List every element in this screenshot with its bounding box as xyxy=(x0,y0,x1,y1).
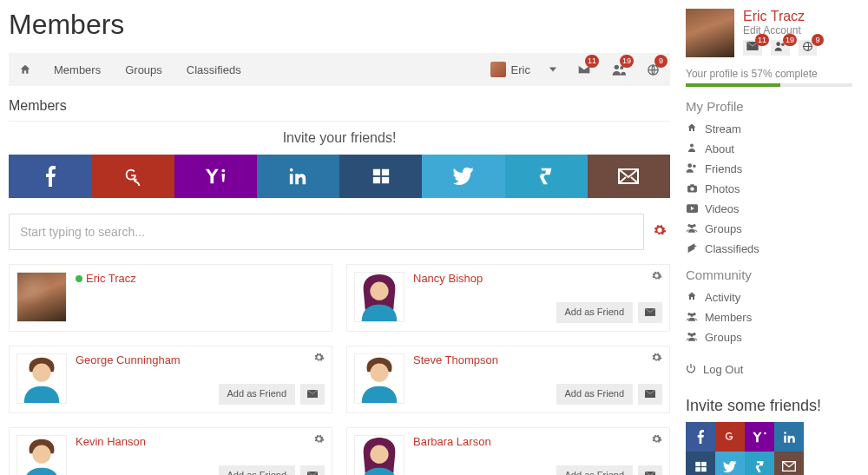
link-icon xyxy=(686,311,698,324)
invite-windows-icon[interactable] xyxy=(339,155,422,198)
link-icon xyxy=(686,222,698,235)
profile-link-friends[interactable]: Friends xyxy=(686,159,852,179)
invite-facebook-icon[interactable] xyxy=(9,155,91,198)
search-input[interactable] xyxy=(9,214,644,250)
member-name[interactable]: Steve Thompson xyxy=(413,353,662,366)
member-avatar[interactable] xyxy=(354,435,404,475)
link-label: About xyxy=(705,142,734,155)
message-button[interactable] xyxy=(638,465,662,475)
link-label: Classifieds xyxy=(705,242,760,255)
member-name[interactable]: Barbara Larson xyxy=(413,435,662,448)
message-button[interactable] xyxy=(638,384,662,405)
side-foursquare-icon[interactable] xyxy=(745,452,774,475)
add-friend-button[interactable]: Add as Friend xyxy=(219,465,295,475)
sidebar-friends-icon[interactable]: 19 xyxy=(771,40,790,56)
message-button[interactable] xyxy=(300,465,325,475)
member-name[interactable]: Kevin Hanson xyxy=(76,435,325,448)
card-gear-icon[interactable] xyxy=(313,352,325,366)
member-name[interactable]: George Cunningham xyxy=(76,353,325,366)
link-icon xyxy=(686,162,698,175)
link-icon xyxy=(686,242,698,255)
profile-link-photos[interactable]: Photos xyxy=(686,179,852,199)
add-friend-button[interactable]: Add as Friend xyxy=(219,384,295,405)
svg-point-3 xyxy=(222,169,226,173)
nav-members[interactable]: Members xyxy=(42,53,113,86)
invite-twitter-icon[interactable] xyxy=(422,155,504,198)
community-link-groups[interactable]: Groups xyxy=(686,327,852,347)
invite-linkedin-icon[interactable] xyxy=(257,155,339,198)
invite-google-icon[interactable] xyxy=(91,155,174,198)
link-icon xyxy=(686,142,698,155)
side-twitter-icon[interactable] xyxy=(715,452,745,475)
side-facebook-icon[interactable] xyxy=(686,422,715,452)
community-link-activity[interactable]: Activity xyxy=(686,287,852,307)
nav-classifieds[interactable]: Classifieds xyxy=(174,53,253,86)
navbar: Members Groups Classifieds Eric 11 xyxy=(9,53,670,86)
svg-point-45 xyxy=(690,333,694,337)
sidebar-globe-icon[interactable]: 9 xyxy=(799,40,817,56)
message-button[interactable] xyxy=(638,302,662,323)
member-name[interactable]: Nancy Bishop xyxy=(413,272,662,285)
navbar-caret[interactable] xyxy=(539,53,567,86)
svg-point-46 xyxy=(764,432,766,434)
svg-point-48 xyxy=(784,432,786,434)
svg-rect-49 xyxy=(695,461,700,465)
member-avatar[interactable] xyxy=(16,272,67,322)
svg-point-39 xyxy=(690,225,694,228)
card-gear-icon[interactable] xyxy=(651,433,662,447)
member-avatar[interactable] xyxy=(354,353,404,404)
navbar-globe-icon[interactable]: 9 xyxy=(636,53,670,86)
progress-bar xyxy=(686,83,852,87)
message-button[interactable] xyxy=(300,384,325,405)
navbar-user-chip[interactable]: Eric xyxy=(482,53,539,86)
card-gear-icon[interactable] xyxy=(651,352,662,366)
invite-yahoo-icon[interactable] xyxy=(174,155,257,198)
profile-username[interactable]: Eric Tracz xyxy=(743,9,817,24)
link-icon xyxy=(686,291,698,304)
svg-rect-52 xyxy=(701,467,707,472)
member-name[interactable]: Eric Tracz xyxy=(76,272,325,285)
svg-point-35 xyxy=(690,187,694,190)
nav-groups[interactable]: Groups xyxy=(113,53,174,86)
invite-foursquare-icon[interactable] xyxy=(505,155,588,198)
side-mail-icon[interactable] xyxy=(774,452,804,475)
add-friend-button[interactable]: Add as Friend xyxy=(556,465,633,475)
card-gear-icon[interactable] xyxy=(313,433,325,447)
svg-point-30 xyxy=(690,144,694,148)
navbar-friends-icon[interactable]: 19 xyxy=(602,53,636,86)
sidebar-mail-icon[interactable]: 11 xyxy=(743,40,762,56)
profile-link-about[interactable]: About xyxy=(686,139,852,159)
search-settings-icon[interactable] xyxy=(649,223,670,241)
home-icon[interactable] xyxy=(9,53,42,86)
logout-link[interactable]: Log Out xyxy=(686,356,852,383)
side-windows-icon[interactable] xyxy=(686,452,715,475)
profile-link-videos[interactable]: Videos xyxy=(686,199,852,219)
add-friend-button[interactable]: Add as Friend xyxy=(556,384,633,405)
member-avatar[interactable] xyxy=(16,435,67,475)
member-card: Kevin HansonAdd as Friend xyxy=(9,427,332,475)
svg-point-27 xyxy=(776,42,780,46)
add-friend-button[interactable]: Add as Friend xyxy=(556,302,633,323)
link-label: Stream xyxy=(705,122,741,135)
profile-link-groups[interactable]: Groups xyxy=(686,219,852,239)
community-link-members[interactable]: Members xyxy=(686,307,852,327)
side-yahoo-icon[interactable] xyxy=(745,422,774,452)
profile-avatar[interactable] xyxy=(686,9,734,57)
svg-rect-6 xyxy=(372,169,379,175)
invite-social-row xyxy=(9,155,670,198)
member-avatar[interactable] xyxy=(16,353,67,404)
card-gear-icon[interactable] xyxy=(651,270,662,284)
link-label: Groups xyxy=(705,222,742,235)
invite-mail-icon[interactable] xyxy=(588,155,670,198)
svg-rect-34 xyxy=(690,184,694,187)
side-linkedin-icon[interactable] xyxy=(774,422,804,452)
svg-rect-8 xyxy=(372,177,379,183)
profile-link-classifieds[interactable]: Classifieds xyxy=(686,239,852,259)
navbar-mail-icon[interactable]: 11 xyxy=(567,53,602,86)
side-google-icon[interactable] xyxy=(715,422,745,452)
section-title: Members xyxy=(9,98,670,114)
profile-link-stream[interactable]: Stream xyxy=(686,119,852,139)
member-avatar[interactable] xyxy=(354,272,404,322)
edit-account-link[interactable]: Edit Account xyxy=(743,24,817,36)
member-card: Barbara LarsonAdd as Friend xyxy=(346,427,670,475)
